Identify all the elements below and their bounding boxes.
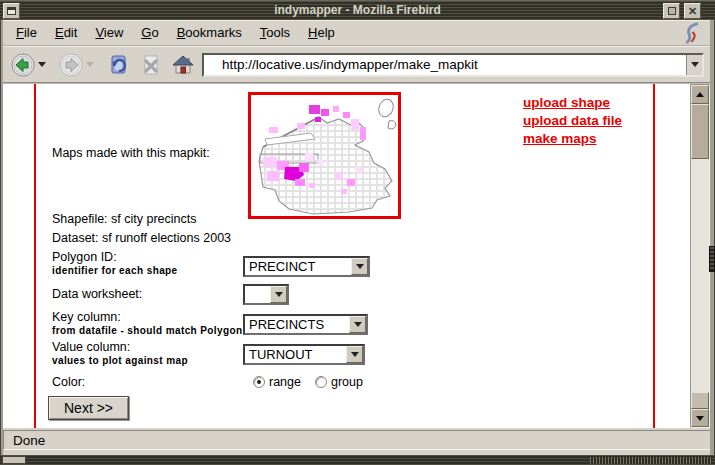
dropdown-arrow-icon[interactable] <box>270 286 287 303</box>
menu-bookmarks[interactable]: Bookmarks <box>168 21 251 45</box>
radio-group[interactable] <box>315 376 327 388</box>
status-text: Done <box>3 430 711 450</box>
key-column-sublabel: from datafile - should match Polygon ID <box>52 325 257 336</box>
radio-range-label: range <box>269 375 301 389</box>
stop-button[interactable] <box>138 52 164 78</box>
radio-group-label: group <box>331 375 363 389</box>
dataset-line: Dataset: sf runoff elections 2003 <box>52 231 231 245</box>
maximize-button[interactable] <box>663 3 680 19</box>
menu-bar: File Edit View Go Bookmarks Tools Help <box>3 20 710 46</box>
back-button[interactable] <box>10 52 36 78</box>
close-button[interactable]: ✕ <box>684 3 701 19</box>
polygon-id-label: Polygon ID: <box>52 250 117 264</box>
value-column-select-value: TURNOUT <box>245 346 346 363</box>
color-radio-group: range group <box>253 375 363 389</box>
maximize-icon <box>668 7 676 15</box>
dropdown-arrow-icon[interactable] <box>349 316 366 333</box>
shapefile-line: Shapefile: sf city precincts <box>52 212 197 226</box>
forward-history-dropdown[interactable] <box>84 53 96 77</box>
menu-edit[interactable]: Edit <box>46 21 86 45</box>
scrollbar-thumb[interactable] <box>691 104 709 159</box>
back-history-dropdown[interactable] <box>36 53 48 77</box>
window-border-left[interactable] <box>0 20 3 455</box>
page-border-right <box>653 84 655 428</box>
radio-range[interactable] <box>253 376 265 388</box>
page-viewport: Maps made with this mapkit: <box>3 84 690 428</box>
polygon-id-sublabel: identifier for each shape <box>52 265 178 276</box>
window-border-bottom[interactable] <box>0 455 715 465</box>
menu-tools[interactable]: Tools <box>251 21 299 45</box>
maps-caption: Maps made with this mapkit: <box>52 146 210 160</box>
menu-file[interactable]: File <box>7 21 46 45</box>
arrow-up-icon <box>696 92 704 97</box>
arrow-down-icon <box>696 416 704 421</box>
action-links: upload shape upload data file make maps <box>523 94 622 148</box>
status-bar: Done <box>0 428 715 455</box>
next-button[interactable]: Next >> <box>48 396 129 420</box>
key-column-select-value: PRECINCTS <box>245 316 349 333</box>
navigation-toolbar <box>3 46 710 82</box>
map-preview-image <box>248 92 401 219</box>
window-border-right[interactable] <box>710 20 715 455</box>
key-column-select[interactable]: PRECINCTS <box>243 314 368 335</box>
home-button[interactable] <box>170 52 196 78</box>
upload-shape-link[interactable]: upload shape <box>523 94 622 112</box>
make-maps-link[interactable]: make maps <box>523 130 622 148</box>
color-label: Color: <box>52 375 85 389</box>
firebird-logo-icon[interactable] <box>680 22 704 45</box>
dropdown-arrow-icon[interactable] <box>351 258 368 275</box>
titlebar[interactable]: indymapper - Mozilla Firebird ✕ <box>0 0 715 20</box>
value-column-label: Value column: <box>52 340 130 354</box>
dropdown-arrow-icon[interactable] <box>346 346 363 363</box>
menu-go[interactable]: Go <box>132 21 167 45</box>
value-column-sublabel: values to plot against map <box>52 355 188 366</box>
vertical-scrollbar[interactable] <box>690 84 710 428</box>
page-border-left <box>34 84 36 428</box>
forward-button[interactable] <box>58 52 84 78</box>
menu-help[interactable]: Help <box>299 21 344 45</box>
url-dropdown-button[interactable] <box>686 55 702 75</box>
url-bar <box>202 53 704 77</box>
worksheet-select-value <box>245 286 270 303</box>
scrollbar-stepper[interactable] <box>691 392 709 409</box>
bottom-frame-tab <box>2 456 26 464</box>
window-title: indymapper - Mozilla Firebird <box>0 1 715 21</box>
bottom-resize-texture[interactable] <box>590 457 712 464</box>
worksheet-label: Data worksheet: <box>52 287 142 301</box>
browser-window: indymapper - Mozilla Firebird ✕ File Edi… <box>0 0 715 465</box>
resize-grip[interactable] <box>709 246 715 272</box>
upload-data-file-link[interactable]: upload data file <box>523 112 622 130</box>
key-column-label: Key column: <box>52 310 121 324</box>
scrollbar-down-button[interactable] <box>691 409 709 427</box>
url-input[interactable] <box>204 57 686 72</box>
value-column-select[interactable]: TURNOUT <box>243 344 365 365</box>
worksheet-select[interactable] <box>243 284 289 305</box>
menu-view[interactable]: View <box>86 21 132 45</box>
polygon-id-select[interactable]: PRECINCT <box>243 256 370 277</box>
scrollbar-up-button[interactable] <box>691 85 709 104</box>
reload-button[interactable] <box>106 52 132 78</box>
close-icon: ✕ <box>688 6 697 16</box>
polygon-id-select-value: PRECINCT <box>245 258 351 275</box>
